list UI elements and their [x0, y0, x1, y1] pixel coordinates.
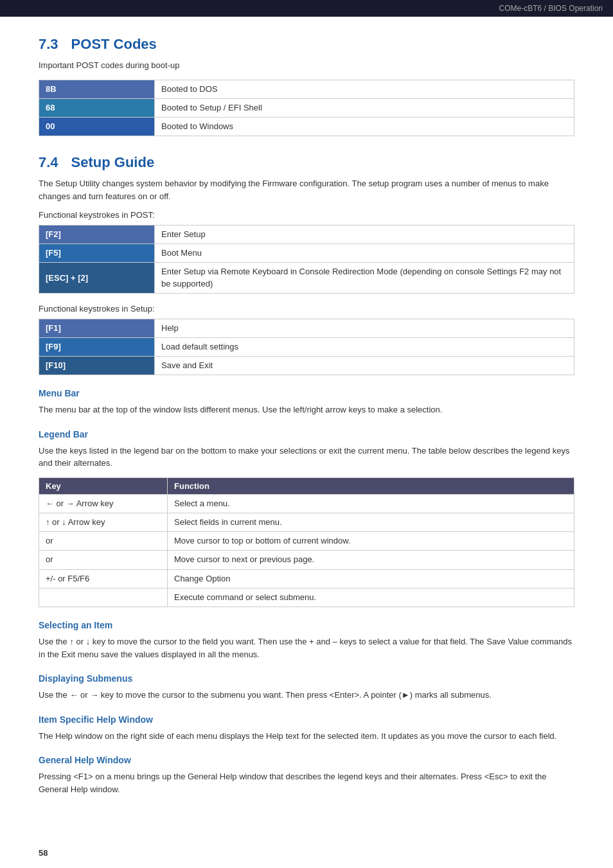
item-specific-help-desc: The Help window on the right side of eac…: [39, 730, 574, 743]
legend-table: Key Function ← or → Arrow key Select a m…: [39, 477, 574, 607]
functional-post-label: Functional keystrokes in POST:: [39, 210, 574, 220]
legend-key-cell: or: [39, 551, 168, 569]
legend-function-cell: Change Option: [168, 569, 574, 588]
post-codes-table: 8B Booted to DOS 68 Booted to Setup / EF…: [39, 80, 574, 137]
functional-setup-label: Functional keystrokes in Setup:: [39, 304, 574, 314]
keystroke-row: [ESC] + [2] Enter Setup via Remote Keybo…: [39, 263, 574, 293]
page-content: 7.3 POST Codes Important POST codes duri…: [0, 17, 613, 842]
legend-key-cell: ← or → Arrow key: [39, 494, 168, 513]
keystroke-row: [F1] Help: [39, 319, 574, 337]
keystroke-row: [F5] Boot Menu: [39, 244, 574, 263]
legend-function-cell: Select fields in current menu.: [168, 513, 574, 532]
selecting-item-heading: Selecting an Item: [39, 620, 574, 630]
header-bar: COMe-cBT6 / BIOS Operation: [0, 0, 613, 17]
selecting-item-desc: Use the ↑ or ↓ key to move the cursor to…: [39, 635, 574, 660]
header-title: COMe-cBT6 / BIOS Operation: [499, 4, 603, 13]
function-cell: Enter Setup via Remote Keyboard in Conso…: [155, 263, 574, 293]
post-code-row: 8B Booted to DOS: [39, 80, 574, 98]
page-footer: 58: [0, 842, 613, 864]
legend-bar-heading: Legend Bar: [39, 429, 574, 439]
section-73-number: 7.3: [39, 36, 58, 53]
keystroke-row: [F2] Enter Setup: [39, 226, 574, 244]
legend-function-cell: Move cursor to top or bottom of current …: [168, 532, 574, 551]
post-code-cell: 68: [39, 98, 155, 117]
section-74-title: 7.4 Setup Guide: [39, 154, 574, 171]
general-help-desc: Pressing <F1> on a menu brings up the Ge…: [39, 770, 574, 795]
keystroke-row: [F9] Load default settings: [39, 338, 574, 357]
legend-key-cell: or: [39, 532, 168, 551]
legend-key-cell: +/- or F5/F6: [39, 569, 168, 588]
section-73-desc: Important POST codes during boot-up: [39, 59, 574, 72]
general-help-heading: General Help Window: [39, 755, 574, 765]
key-cell: [ESC] + [2]: [39, 263, 155, 293]
function-cell: Load default settings: [155, 338, 574, 357]
section-74-heading: Setup Guide: [71, 154, 155, 171]
item-specific-help-heading: Item Specific Help Window: [39, 714, 574, 725]
legend-function-cell: Execute command or select submenu.: [168, 588, 574, 607]
legend-function-cell: Move cursor to next or previous page.: [168, 551, 574, 569]
function-cell: Help: [155, 319, 574, 337]
displaying-submenus-desc: Use the ← or → key to move the cursor to…: [39, 689, 574, 702]
section-73-title: 7.3 POST Codes: [39, 36, 574, 53]
post-desc-cell: Booted to Setup / EFI Shell: [155, 98, 574, 117]
legend-row: ← or → Arrow key Select a menu.: [39, 494, 574, 513]
legend-bar-desc: Use the keys listed in the legend bar on…: [39, 445, 574, 470]
page-number: 58: [39, 848, 48, 858]
post-desc-cell: Booted to Windows: [155, 117, 574, 136]
menu-bar-desc: The menu bar at the top of the window li…: [39, 403, 574, 416]
post-desc-cell: Booted to DOS: [155, 80, 574, 98]
function-cell: Boot Menu: [155, 244, 574, 263]
functional-setup-table: [F1] Help [F9] Load default settings [F1…: [39, 319, 574, 376]
post-code-row: 68 Booted to Setup / EFI Shell: [39, 98, 574, 117]
post-code-row: 00 Booted to Windows: [39, 117, 574, 136]
legend-row: +/- or F5/F6 Change Option: [39, 569, 574, 588]
section-74-number: 7.4: [39, 154, 58, 171]
legend-row: or Move cursor to next or previous page.: [39, 551, 574, 569]
keystroke-row: [F10] Save and Exit: [39, 357, 574, 375]
post-code-cell: 8B: [39, 80, 155, 98]
section-73-heading: POST Codes: [71, 36, 157, 53]
menu-bar-heading: Menu Bar: [39, 388, 574, 398]
functional-post-table: [F2] Enter Setup [F5] Boot Menu [ESC] + …: [39, 225, 574, 294]
key-cell: [F5]: [39, 244, 155, 263]
legend-col-function: Function: [168, 477, 574, 494]
section-74-desc: The Setup Utility changes system behavio…: [39, 177, 574, 202]
legend-key-cell: [39, 588, 168, 607]
legend-row: ↑ or ↓ Arrow key Select fields in curren…: [39, 513, 574, 532]
legend-col-key: Key: [39, 477, 168, 494]
post-code-cell: 00: [39, 117, 155, 136]
function-cell: Enter Setup: [155, 226, 574, 244]
displaying-submenus-heading: Displaying Submenus: [39, 673, 574, 684]
key-cell: [F9]: [39, 338, 155, 357]
key-cell: [F1]: [39, 319, 155, 337]
legend-row: Execute command or select submenu.: [39, 588, 574, 607]
key-cell: [F2]: [39, 226, 155, 244]
legend-row: or Move cursor to top or bottom of curre…: [39, 532, 574, 551]
key-cell: [F10]: [39, 357, 155, 375]
legend-function-cell: Select a menu.: [168, 494, 574, 513]
legend-key-cell: ↑ or ↓ Arrow key: [39, 513, 168, 532]
function-cell: Save and Exit: [155, 357, 574, 375]
